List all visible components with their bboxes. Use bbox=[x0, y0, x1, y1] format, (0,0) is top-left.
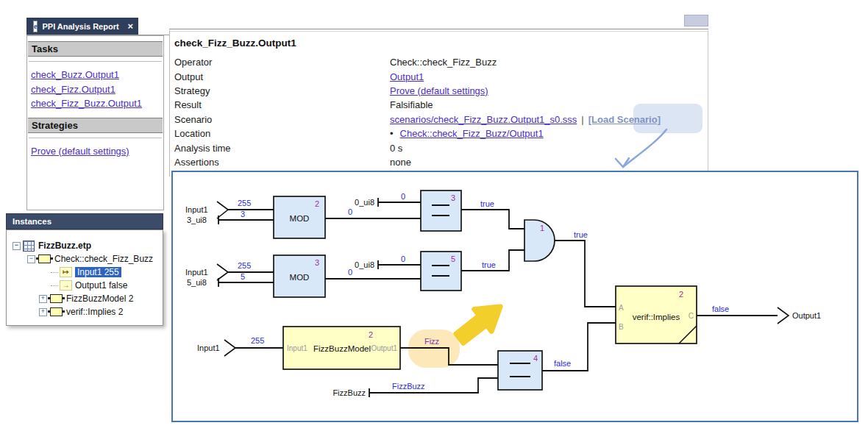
operator-block-icon bbox=[50, 307, 63, 316]
tree-item-verif-implies[interactable]: + verif::Implies 2 bbox=[7, 305, 163, 318]
operator-value: Check::check_Fizz_Buzz bbox=[390, 57, 497, 68]
fizzbuzz-wire-label: FizzBuzz bbox=[392, 382, 425, 391]
separator: | bbox=[581, 114, 583, 125]
tree-item-fizzbuzzmodel[interactable]: + FizzBuzzModel 2 bbox=[7, 292, 163, 305]
report-row-scenario: Scenario scenarios/check_Fizz_Buzz.Outpu… bbox=[174, 113, 708, 127]
model-input-value: 255 bbox=[251, 336, 264, 345]
input-pin-icon: ↦ bbox=[60, 267, 72, 277]
expand-icon[interactable]: + bbox=[39, 295, 47, 303]
model-input-name: Input1 bbox=[197, 343, 220, 352]
model-port-in: Input1 bbox=[287, 344, 307, 352]
strategy-value-link[interactable]: Prove (default settings) bbox=[390, 85, 488, 96]
result-value: Falsifiable bbox=[390, 99, 433, 110]
assertions-label: Assertions bbox=[174, 157, 390, 168]
row2-mod-out-value: 0 bbox=[348, 268, 352, 277]
strategy-link-prove[interactable]: Prove (default settings) bbox=[31, 144, 163, 159]
app-window: e PPI Analysis Report × Tasks check_Buzz… bbox=[0, 0, 868, 445]
and-result: true bbox=[574, 230, 588, 239]
task-link-check-fizz[interactable]: check_Fizz.Output1 bbox=[31, 82, 163, 97]
mod3-instance-number: 2 bbox=[315, 199, 319, 208]
report-top-border bbox=[169, 29, 708, 32]
report-row-strategy: Strategy Prove (default settings) bbox=[174, 84, 708, 98]
tasks-panel: Tasks check_Buzz.Output1 check_Fizz.Outp… bbox=[26, 35, 164, 210]
report-row-location: Location • Check::check_Fizz_Buzz/Output… bbox=[174, 127, 708, 140]
project-icon bbox=[23, 241, 35, 252]
analysis-report: check_Fizz_Buzz.Output1 Operator Check::… bbox=[174, 34, 708, 169]
tree-item-input1[interactable]: ↦ Input1 255 bbox=[7, 266, 163, 279]
port-a-label: A bbox=[619, 304, 624, 312]
implies-result: false bbox=[712, 305, 729, 313]
location-link[interactable]: Check::check_Fizz_Buzz/Output1 bbox=[400, 128, 544, 139]
task-link-check-fizz-buzz[interactable]: check_Fizz_Buzz.Output1 bbox=[31, 96, 163, 111]
expand-icon[interactable]: + bbox=[39, 308, 47, 316]
strategy-label: Strategy bbox=[174, 85, 390, 96]
divider bbox=[29, 138, 162, 138]
port-c-label: C bbox=[689, 312, 694, 320]
row1-const-name: 3_ui8 bbox=[187, 216, 207, 224]
analysis-time-value: 0 s bbox=[390, 143, 402, 154]
output-link[interactable]: Output1 bbox=[390, 71, 424, 82]
output-pin-icon: → bbox=[60, 280, 72, 291]
row2-const-name: 5_ui8 bbox=[187, 278, 207, 287]
and-output-wire bbox=[555, 241, 616, 307]
tab-ppi-analysis-report[interactable]: e PPI Analysis Report × bbox=[26, 18, 138, 35]
scenario-file-link[interactable]: scenarios/check_Fizz_Buzz.Output1_s0.sss bbox=[390, 114, 577, 125]
collapse-icon[interactable]: − bbox=[13, 242, 21, 250]
row2-const-value: 5 bbox=[241, 272, 245, 281]
tree-item-project[interactable]: − FizzBuzz.etp bbox=[7, 239, 163, 252]
tree-item-output1[interactable]: → Output1 false bbox=[7, 279, 163, 292]
report-row-output: Output Output1 bbox=[174, 69, 708, 83]
row1-zero-const-name: 0_ui8 bbox=[355, 198, 374, 207]
tree-item-label: Check::check_Fizz_Buzz bbox=[54, 254, 153, 264]
tree-item-label-selected: Input1 255 bbox=[75, 267, 121, 277]
scenario-diagram: Input1 3_ui8 255 3 2 MOD 0 0_ui8 0 3 tru… bbox=[171, 171, 858, 422]
model-port-out: Output1 bbox=[371, 344, 397, 352]
report-title: check_Fizz_Buzz.Output1 bbox=[174, 34, 708, 55]
location-label: Location bbox=[174, 128, 390, 139]
mod5-label: MOD bbox=[290, 273, 310, 282]
instances-tree: − FizzBuzz.etp − Check::check_Fizz_Buzz … bbox=[6, 229, 163, 326]
collapse-icon[interactable]: − bbox=[27, 255, 35, 263]
strategies-header: Strategies bbox=[28, 118, 163, 133]
operator-block-icon bbox=[38, 254, 51, 263]
port-b-label: B bbox=[619, 323, 624, 331]
mod3-label: MOD bbox=[290, 214, 310, 223]
mod5-instance-number: 3 bbox=[315, 258, 319, 267]
implies-instance-number: 2 bbox=[679, 290, 683, 299]
model-instance-number: 2 bbox=[369, 330, 373, 339]
result-label: Result bbox=[174, 99, 390, 110]
close-icon[interactable]: × bbox=[128, 21, 134, 32]
report-row-analysis-time: Analysis time 0 s bbox=[174, 140, 708, 154]
scrollbar-thumb[interactable] bbox=[684, 15, 708, 26]
fizz-highlight bbox=[408, 330, 460, 368]
implies-label: verif::Implies bbox=[633, 313, 680, 321]
equals4-result: false bbox=[554, 359, 571, 368]
and-instance-number: 1 bbox=[540, 224, 544, 232]
model-label: FizzBuzzModel bbox=[313, 344, 371, 353]
divider bbox=[29, 61, 162, 62]
yellow-annotation-arrow bbox=[451, 296, 509, 349]
report-left-border bbox=[169, 30, 170, 177]
report-row-result: Result Falsifiable bbox=[174, 98, 708, 112]
row2-zero-const-name: 0_ui8 bbox=[355, 260, 374, 269]
instances-panel-title: Instances bbox=[6, 213, 163, 229]
tree-connector bbox=[51, 285, 58, 286]
report-row-operator: Operator Check::check_Fizz_Buzz bbox=[174, 55, 708, 69]
row1-const-value: 3 bbox=[241, 210, 245, 218]
row2-input-value: 255 bbox=[238, 261, 251, 270]
task-link-check-buzz[interactable]: check_Buzz.Output1 bbox=[31, 68, 163, 82]
bullet: • bbox=[390, 128, 394, 139]
diagram-output-name: Output1 bbox=[792, 311, 821, 320]
equals3-instance-number: 3 bbox=[451, 193, 455, 202]
output-chevron bbox=[778, 307, 789, 324]
load-scenario-button[interactable]: [Load Scenario] bbox=[588, 114, 661, 125]
output-label: Output bbox=[174, 71, 390, 82]
row2-input-name: Input1 bbox=[185, 268, 208, 277]
tree-item-label: Output1 false bbox=[75, 280, 127, 291]
tree-item-label: FizzBuzzModel 2 bbox=[66, 293, 133, 304]
tree-item-label: FizzBuzz.etp bbox=[38, 241, 91, 251]
tree-item-check-operator[interactable]: − Check::check_Fizz_Buzz bbox=[7, 252, 163, 266]
row1-mod-out-value: 0 bbox=[348, 207, 352, 216]
tree-item-label: verif::Implies 2 bbox=[66, 307, 123, 317]
equals5-instance-number: 5 bbox=[451, 254, 455, 263]
